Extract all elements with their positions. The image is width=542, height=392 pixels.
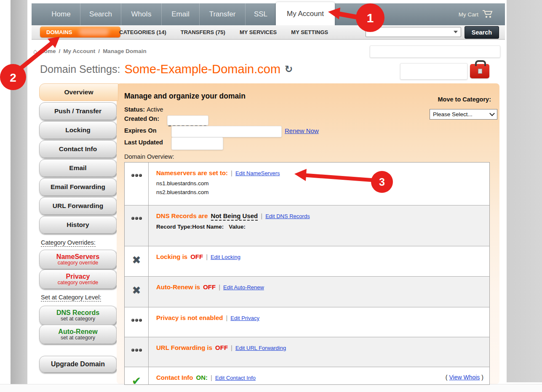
row-title: Locking is [156,253,187,260]
sidebar-tab-push-transfer[interactable]: Push / Transfer [39,102,117,120]
page-title: Domain Settings: Some-Example-Domain.com… [40,62,293,76]
category-select-value: Please Select... [433,111,473,117]
edit-contact-info-link[interactable]: Edit Contact Info [215,375,256,381]
panel-heading: Manage and organize your domain [124,92,246,101]
check-icon: ✔ [125,367,149,385]
redacted-updated-date [171,137,223,150]
renew-now-link[interactable]: Renew Now [285,127,319,134]
table-row-auto-renew: ✖ Auto-Renew is OFF | Edit Auto-Renew [125,277,489,307]
top-nav: Home Search WhoIs Email Transfer SSL My … [32,3,505,25]
nameserver-2: ns2.bluestardns.com [156,189,482,195]
override-subtitle: category override [58,280,99,286]
bottom-frame-strip [0,384,542,392]
sidebar-tab-history[interactable]: History [39,216,117,234]
breadcrumb-separator: / [98,48,100,54]
edit-dns-records-link[interactable]: Edit DNS Records [265,213,310,219]
expires-line: Expires On [124,127,157,134]
page-title-prefix: Domain Settings: [40,63,120,75]
cart-icon [482,9,493,20]
combobox-dropdown-icon[interactable] [454,31,458,33]
table-row-contact-info: ✔ Contact Info ON: | Edit Contact Info (… [125,367,489,385]
row-status: OFF [203,283,216,291]
breadcrumb-home[interactable]: Home [40,48,56,54]
row-title: URL Forwarding is [156,344,212,351]
move-to-category-label: Move to Category: [425,96,491,103]
home-icon: ⌂ [33,48,37,55]
my-cart-button[interactable]: My Cart [459,3,493,25]
toolbox-icon[interactable] [470,64,489,78]
sub-nav-my-services[interactable]: MY SERVICES [240,29,277,35]
sidebar-tab-locking[interactable]: Locking [39,121,117,139]
sub-nav-domains-button[interactable]: DOMAINS [40,27,120,37]
left-frame-strip [11,0,27,384]
table-row-locking: ✖ Locking is OFF | Edit Locking [125,246,489,277]
x-icon: ✖ [125,277,149,307]
sub-nav-my-settings[interactable]: MY SETTINGS [291,29,328,35]
page-title-domain: Some-Example-Domain.com [124,62,280,76]
page: Home Search WhoIs Email Transfer SSL My … [0,0,542,392]
search-button[interactable]: Search [465,26,499,39]
chevron-down-icon [489,111,495,116]
tab-ssl[interactable]: SSL [246,3,276,25]
sidebar-tab-overview[interactable]: Overview [39,83,118,101]
sidebar-auto-renew-category-button[interactable]: Auto-Renew set at category [39,325,117,344]
tab-transfer[interactable]: Transfer [200,3,246,25]
value-header: Value: [229,224,246,230]
status-line: Status: Active [124,106,163,113]
edit-privacy-link[interactable]: Edit Privacy [230,315,259,321]
upgrade-domain-button[interactable]: Upgrade Domain [39,356,117,373]
sidebar-dns-records-category-button[interactable]: DNS Records set at category [39,306,117,325]
category-select[interactable]: Please Select... [430,109,497,120]
separator: | [231,169,232,176]
separator: | [206,253,208,260]
created-line: Created On: [124,115,159,122]
sidebar-tab-email-forwarding[interactable]: Email Forwarding [39,178,117,196]
dots-icon [125,163,149,205]
sub-nav-categories[interactable]: CATEGORIES (14) [119,29,166,35]
tab-search[interactable]: Search [80,3,121,25]
sub-nav-items: CATEGORIES (14) TRANSFERS (75) MY SERVIC… [119,25,328,39]
dots-icon [125,307,149,337]
override-subtitle: category override [58,260,99,266]
separator: | [211,374,212,381]
sub-nav-transfers[interactable]: TRANSFERS (75) [181,29,225,35]
sidebar-nameservers-override-button[interactable]: NameServers category override [39,250,117,269]
edit-auto-renew-link[interactable]: Edit Auto-Renew [223,284,264,291]
edit-url-forwarding-link[interactable]: Edit URL Forwarding [235,345,286,351]
category-title: DNS Records [56,309,99,316]
sidebar-tab-email[interactable]: Email [39,159,117,177]
redacted-count-smudge [79,28,109,35]
sidebar-tab-contact-info[interactable]: Contact Info [39,140,117,158]
tab-my-account[interactable]: My Account [276,2,335,25]
set-at-category-label: Set at Category Level: [41,294,101,301]
row-title: DNS Records are [156,212,208,219]
dots-icon [125,337,149,367]
edit-nameservers-link[interactable]: Edit NameServers [235,170,280,176]
whois-paren-open: ( [446,374,448,381]
tab-home[interactable]: Home [42,3,80,25]
edit-locking-link[interactable]: Edit Locking [211,254,240,260]
status-value: Active [147,106,163,113]
view-whois-link[interactable]: View Whois [449,374,480,381]
row-status: OFF [215,344,228,351]
status-label: Status: [124,106,145,113]
sidebar-tab-url-forwarding[interactable]: URL Forwarding [39,197,117,215]
separator: | [231,344,232,351]
tab-email[interactable]: Email [162,3,200,25]
sidebar-privacy-override-button[interactable]: Privacy category override [39,269,117,289]
refresh-icon[interactable]: ↻ [285,64,293,75]
domain-overview-table: Nameservers are set to: | Edit NameServe… [124,162,490,385]
row-status: ON: [196,374,208,381]
separator: | [261,212,262,219]
override-title: NameServers [56,253,99,260]
breadcrumb-separator: / [59,48,61,54]
breadcrumb-my-account[interactable]: My Account [63,48,95,54]
row-title: Auto-Renew is [156,283,200,291]
tab-whois[interactable]: WhoIs [121,3,162,25]
domain-overview-label: Domain Overview: [124,153,174,160]
whois-paren-close: ) [481,374,483,381]
expires-label: Expires On [124,127,157,134]
domain-search-combobox[interactable] [366,27,461,37]
updated-line: Last Updated [124,139,163,146]
table-row-nameservers: Nameservers are set to: | Edit NameServe… [125,163,489,205]
